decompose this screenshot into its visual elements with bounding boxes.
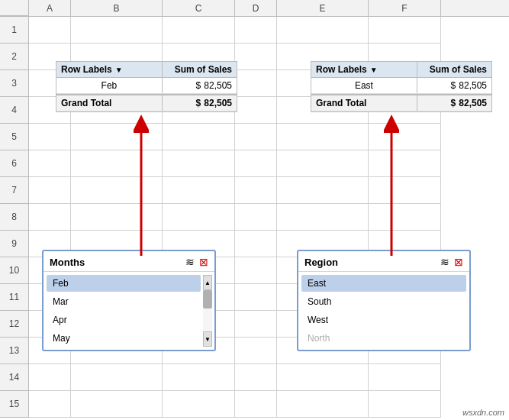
slicer-months[interactable]: Months ≋ ⊠ Feb Mar Apr May ▲ ▼ <box>42 250 216 351</box>
grid-cell <box>29 17 71 44</box>
pivot-header-right: Row Labels ▼ Sum of Sales <box>311 62 491 78</box>
pivot-value-grand-total-left: $ 82,505 <box>163 95 237 111</box>
grid-row <box>29 177 509 204</box>
grid-row <box>29 204 509 231</box>
slicer-months-items: Feb Mar Apr May ▲ ▼ <box>43 272 214 350</box>
row-num-5: 5 <box>0 124 29 150</box>
filter-icon-right[interactable]: ▼ <box>370 66 378 74</box>
row-num-4: 4 <box>0 97 29 124</box>
pivot-col2-header-left: Sum of Sales <box>163 62 237 77</box>
pivot-table-left: Row Labels ▼ Sum of Sales Feb $ 82,505 G… <box>56 61 237 112</box>
pivot-label-grand-total-left: Grand Total <box>56 95 163 111</box>
pivot-data-row-right-east: East $ 82,505 <box>311 78 491 94</box>
slicer-item-south[interactable]: South <box>301 293 466 310</box>
pivot-label-grand-total-right: Grand Total <box>311 95 417 111</box>
row-num-14: 14 <box>0 364 29 391</box>
slicer-item-north[interactable]: North <box>301 330 466 347</box>
pivot-value-grand-total-right: $ 82,505 <box>417 95 491 111</box>
grid-cell <box>163 17 235 44</box>
slicer-item-apr[interactable]: Apr <box>47 312 201 328</box>
row-num-6: 6 <box>0 150 29 177</box>
slicer-item-feb[interactable]: Feb <box>47 275 201 292</box>
slicer-region-clear-filter-icon[interactable]: ⊠ <box>454 256 463 268</box>
slicer-clear-filter-icon[interactable]: ⊠ <box>199 256 208 268</box>
filter-icon-left[interactable]: ▼ <box>115 66 123 74</box>
slicer-region[interactable]: Region ≋ ⊠ East South West North <box>297 250 471 351</box>
col-header-f: F <box>369 0 441 16</box>
watermark: wsxdn.com <box>462 408 504 417</box>
slicer-scrollbar-months[interactable]: ▲ ▼ <box>203 275 212 347</box>
col-header-d: D <box>235 0 277 16</box>
slicer-item-mar[interactable]: Mar <box>47 293 201 310</box>
slicer-region-items: East South West North <box>298 272 469 350</box>
corner-cell <box>0 0 29 16</box>
slicer-region-header: Region ≋ ⊠ <box>298 251 469 272</box>
grid-cell <box>71 17 163 44</box>
pivot-header-left: Row Labels ▼ Sum of Sales <box>56 62 237 78</box>
grid-cell <box>369 17 441 44</box>
row-num-8: 8 <box>0 204 29 231</box>
slicer-region-icons: ≋ ⊠ <box>440 256 463 268</box>
row-num-9: 9 <box>0 231 29 257</box>
pivot-data-row-left-feb: Feb $ 82,505 <box>56 78 237 94</box>
grid-row <box>29 364 509 391</box>
scroll-thumb <box>203 290 212 309</box>
grid-row <box>29 17 509 44</box>
slicer-months-icons: ≋ ⊠ <box>185 256 208 268</box>
slicer-item-may[interactable]: May <box>47 330 201 347</box>
scroll-down-arrow[interactable]: ▼ <box>203 331 212 347</box>
slicer-months-title: Months <box>50 257 85 268</box>
col-header-c: C <box>163 0 235 16</box>
row-num-11: 11 <box>0 284 29 311</box>
column-header-row: A B C D E F <box>0 0 509 17</box>
slicer-months-header: Months ≋ ⊠ <box>43 251 214 272</box>
row-num-10: 10 <box>0 257 29 284</box>
pivot-col2-header-right: Sum of Sales <box>417 62 491 77</box>
col-header-a: A <box>29 0 71 16</box>
grid-row <box>29 150 509 177</box>
col-header-b: B <box>71 0 163 16</box>
scroll-track <box>203 290 212 331</box>
pivot-col1-header-left: Row Labels ▼ <box>56 62 163 77</box>
pivot-table-right: Row Labels ▼ Sum of Sales East $ 82,505 … <box>311 61 492 112</box>
grid-row <box>29 124 509 150</box>
row-num-7: 7 <box>0 177 29 204</box>
row-num-3: 3 <box>0 70 29 97</box>
slicer-multiselect-icon[interactable]: ≋ <box>185 256 195 268</box>
row-num-2: 2 <box>0 44 29 70</box>
row-num-15: 15 <box>0 391 29 418</box>
row-num-12: 12 <box>0 311 29 338</box>
grid-cell <box>277 17 369 44</box>
pivot-value-east: $ 82,505 <box>417 78 491 93</box>
slicer-region-title: Region <box>304 257 338 268</box>
row-numbers: 1 2 3 4 5 6 7 8 9 10 11 12 13 14 15 <box>0 17 29 418</box>
pivot-grand-total-left: Grand Total $ 82,505 <box>56 94 237 111</box>
pivot-col1-header-right: Row Labels ▼ <box>311 62 417 77</box>
slicer-region-multiselect-icon[interactable]: ≋ <box>440 256 449 268</box>
pivot-label-east: East <box>311 78 417 93</box>
slicer-item-west[interactable]: West <box>301 312 466 328</box>
grid-cell <box>235 17 277 44</box>
scroll-up-arrow[interactable]: ▲ <box>203 275 212 290</box>
row-num-13: 13 <box>0 338 29 364</box>
slicer-item-east[interactable]: East <box>301 275 466 292</box>
pivot-value-feb: $ 82,505 <box>163 78 237 93</box>
spreadsheet: A B C D E F 1 2 3 4 5 6 7 8 9 10 11 12 1… <box>0 0 509 420</box>
pivot-grand-total-right: Grand Total $ 82,505 <box>311 94 491 111</box>
col-header-e: E <box>277 0 369 16</box>
row-num-1: 1 <box>0 17 29 44</box>
grid-row <box>29 391 509 418</box>
pivot-label-feb: Feb <box>56 78 163 93</box>
